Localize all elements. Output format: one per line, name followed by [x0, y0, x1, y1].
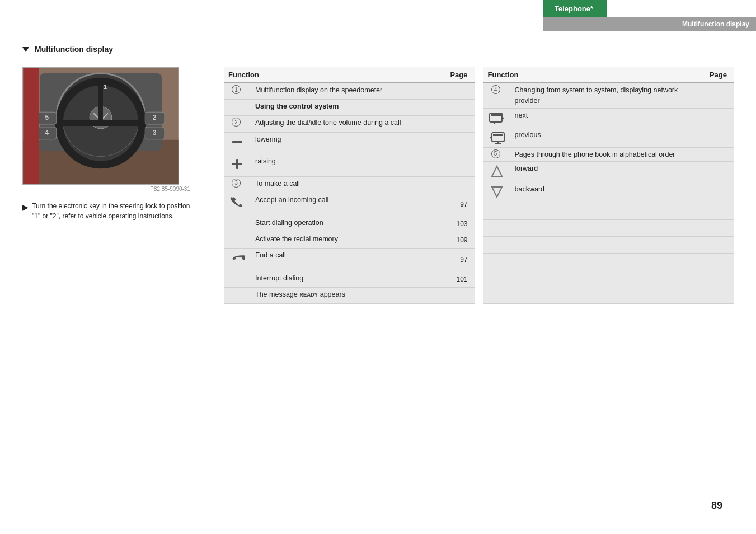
- accept-call-text: Accept an incoming call: [251, 193, 439, 216]
- page-num-cell: [439, 83, 474, 100]
- next-text: next: [510, 108, 705, 128]
- interrupt-dialing-text: Interrupt dialing: [251, 271, 439, 287]
- ready-code: READY: [299, 292, 318, 298]
- left-page-col-header: Page: [439, 67, 474, 83]
- section-title-text: Multifunction display: [35, 45, 113, 54]
- raising-text: raising: [251, 154, 439, 177]
- svg-text:3: 3: [153, 129, 157, 137]
- svg-rect-29: [493, 134, 503, 136]
- right-page-col-header: Page: [705, 67, 734, 83]
- previous-text: previous: [510, 128, 705, 147]
- table-row: 5 Pages through the phone book in alphab…: [483, 147, 734, 162]
- empty-icon-cell: [224, 232, 251, 248]
- steering-wheel-image: 5 4 2 3 1: [22, 67, 179, 185]
- redial-text: Activate the redial memory: [251, 232, 439, 248]
- minus-icon: [232, 141, 242, 143]
- svg-marker-32: [490, 136, 492, 139]
- end-call-text: End a call: [251, 249, 439, 271]
- section-num-5: 5: [491, 149, 500, 158]
- table-row-empty: [483, 203, 734, 220]
- left-section: 5 4 2 3 1 P82.85-9090-31 ▶ Turn the elec…: [22, 67, 190, 221]
- minus-icon-container: [228, 134, 246, 150]
- phone-accept-icon-container: [228, 195, 246, 210]
- table-row-empty: [483, 270, 734, 287]
- main-content: Multifunction display: [0, 0, 756, 338]
- triangle-up-icon-container: [488, 163, 506, 179]
- ready-text: The message READY appears: [251, 287, 439, 303]
- func-text-cell: Adjusting the dial/idle tone volume duri…: [251, 116, 439, 132]
- table-row: The message READY appears: [224, 287, 475, 303]
- func-text-cell: Changing from system to system, displayi…: [510, 83, 705, 108]
- left-function-table: Function Page 1 Multifunction display on…: [224, 67, 475, 304]
- forward-text: forward: [510, 162, 705, 182]
- bullet-arrow: ▶: [22, 202, 29, 221]
- triangle-up-icon-cell: [483, 162, 510, 182]
- page-num-cell: [439, 132, 474, 154]
- table-row: previous: [483, 128, 734, 147]
- triangle-forward-icon: [490, 164, 504, 179]
- table-row: 3 To make a call: [224, 176, 475, 193]
- control-system-label: Using the control system: [251, 100, 439, 116]
- minus-icon-cell: [224, 132, 251, 154]
- table-row: Interrupt dialing 101: [224, 271, 475, 287]
- plus-icon: [232, 159, 242, 169]
- page-num-97-accept: 97: [439, 193, 474, 216]
- left-function-col-header: Function: [224, 67, 439, 83]
- svg-marker-27: [502, 116, 504, 120]
- right-function-col-header: Function: [483, 67, 705, 83]
- page-num-cell: [439, 176, 474, 193]
- page-num-109: 109: [439, 232, 474, 248]
- phone-accept-icon: [229, 196, 245, 209]
- section-num-cell: 2: [224, 116, 251, 132]
- right-function-table: Function Page 4 Changing from system to …: [483, 67, 734, 304]
- instruction-text: Turn the electronic key in the steering …: [32, 201, 190, 221]
- screen-prev-icon: [489, 132, 505, 144]
- table-row: Using the control system: [224, 100, 475, 116]
- page-num-cell: [705, 162, 734, 182]
- empty-icon-cell: [224, 216, 251, 232]
- table-divider: [475, 67, 483, 304]
- svg-text:5: 5: [45, 114, 49, 121]
- start-dialing-text: Start dialing operation: [251, 216, 439, 232]
- empty-icon-cell: [224, 287, 251, 303]
- page-num-empty: [439, 287, 474, 303]
- plus-icon-cell: [224, 154, 251, 177]
- table-row-empty: [483, 254, 734, 270]
- empty-icon-cell: [224, 271, 251, 287]
- table-row: Accept an incoming call 97: [224, 193, 475, 216]
- svg-text:1: 1: [104, 83, 107, 90]
- page-num-cell: [705, 108, 734, 128]
- table-row: lowering: [224, 132, 475, 154]
- triangle-down-icon-cell: [483, 182, 510, 203]
- table-row: forward: [483, 162, 734, 182]
- svg-text:4: 4: [45, 129, 49, 137]
- screen-prev-icon-container: [488, 130, 506, 146]
- page-num-cell: [705, 147, 734, 162]
- svg-marker-34: [492, 187, 502, 197]
- section-num-2: 2: [232, 118, 241, 127]
- svg-text:2: 2: [153, 114, 157, 121]
- svg-rect-22: [23, 68, 39, 184]
- section-heading: Multifunction display: [22, 45, 734, 54]
- section-num-1: 1: [232, 85, 241, 94]
- image-caption: P82.85-9090-31: [22, 186, 190, 192]
- section-num-cell: 4: [483, 83, 510, 108]
- screen-prev-icon-cell: [483, 128, 510, 147]
- phone-end-icon-cell: [224, 249, 251, 271]
- page-num-cell: [439, 154, 474, 177]
- tables-area: Function Page 1 Multifunction display on…: [224, 67, 734, 304]
- table-row: raising: [224, 154, 475, 177]
- screen-next-icon-container: [488, 110, 506, 126]
- section-num-3: 3: [232, 179, 241, 188]
- section-num-cell: 5: [483, 147, 510, 162]
- plus-icon-container: [228, 156, 246, 172]
- svg-marker-33: [492, 166, 502, 176]
- table-row: 4 Changing from system to system, displa…: [483, 83, 734, 108]
- lowering-text: lowering: [251, 132, 439, 154]
- page-num-103: 103: [439, 216, 474, 232]
- page-num-cell: [439, 100, 474, 116]
- phone-end-icon-container: [228, 250, 246, 266]
- backward-text: backward: [510, 182, 705, 203]
- table-row-empty: [483, 287, 734, 304]
- triangle-backward-icon: [490, 185, 504, 199]
